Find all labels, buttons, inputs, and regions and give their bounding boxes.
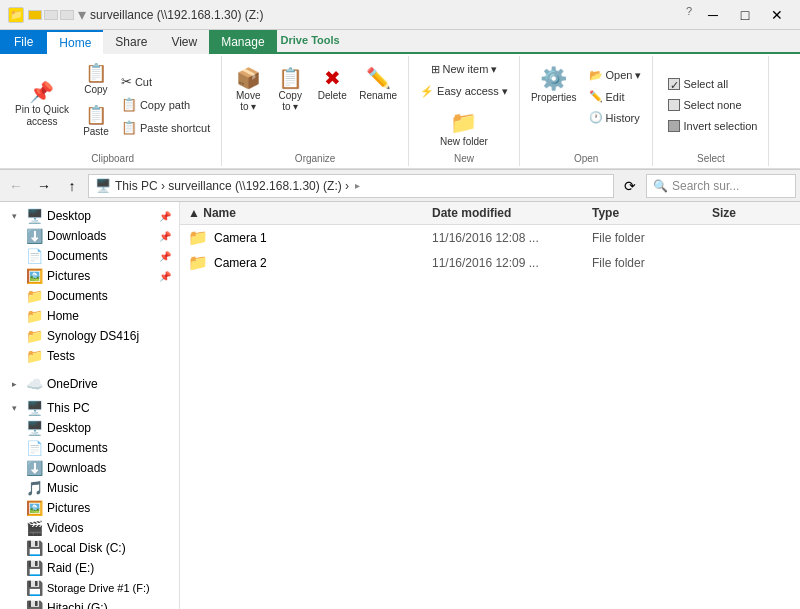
new-folder-button[interactable]: 📁 New folder xyxy=(435,106,493,151)
forward-button[interactable]: → xyxy=(32,174,56,198)
table-row[interactable]: 📁 Camera 2 11/16/2016 12:09 ... File fol… xyxy=(180,250,800,275)
dropdown-arrow-icon[interactable]: ▾ xyxy=(78,5,86,24)
pin-icon: 📌 xyxy=(159,271,171,282)
manage-tab-label: Drive Tools xyxy=(277,30,800,54)
delete-button[interactable]: ✖ Delete xyxy=(312,62,352,105)
tab-file[interactable]: File xyxy=(0,30,47,54)
tab-share[interactable]: Share xyxy=(103,30,159,54)
close-button[interactable]: ✕ xyxy=(762,5,792,25)
sidebar-item-desktop-qa[interactable]: ▾ 🖥️ Desktop 📌 xyxy=(0,206,179,226)
edit-label: Edit xyxy=(606,91,625,103)
invert-selection-icon xyxy=(668,120,680,132)
cut-button[interactable]: ✂ Cut xyxy=(116,71,215,92)
sidebar-item-desktop-pc[interactable]: 🖥️ Desktop xyxy=(0,418,179,438)
copy-button[interactable]: 📋 Copy xyxy=(78,58,114,99)
column-date-modified[interactable]: Date modified xyxy=(432,206,592,220)
sidebar-item-downloads-qa[interactable]: ⬇️ Downloads 📌 xyxy=(0,226,179,246)
sidebar-item-home-qa[interactable]: 📁 Home xyxy=(0,306,179,326)
address-chevron: ▸ xyxy=(355,180,360,191)
sidebar-item-pictures-pc[interactable]: 🖼️ Pictures xyxy=(0,498,179,518)
sidebar-label: Tests xyxy=(47,349,75,363)
paste-shortcut-button[interactable]: 📋 Paste shortcut xyxy=(116,117,215,138)
pictures-icon: 🖼️ xyxy=(26,500,43,516)
history-button[interactable]: 🕐 History xyxy=(584,108,647,127)
sidebar-item-synology-qa[interactable]: 📁 Synology DS416j xyxy=(0,326,179,346)
open-button[interactable]: 📂 Open ▾ xyxy=(584,66,647,85)
videos-icon: 🎬 xyxy=(26,520,43,536)
documents-icon: 📄 xyxy=(26,248,43,264)
sidebar-item-hitachi[interactable]: 💾 Hitachi (G:) xyxy=(0,598,179,609)
up-button[interactable]: ↑ xyxy=(60,174,84,198)
computer-icon: 🖥️ xyxy=(26,400,43,416)
sidebar-item-documents-pc[interactable]: 📄 Documents xyxy=(0,438,179,458)
sidebar-item-videos-pc[interactable]: 🎬 Videos xyxy=(0,518,179,538)
sidebar-item-tests-qa[interactable]: 📁 Tests xyxy=(0,346,179,366)
copy-icon: 📋 xyxy=(85,62,107,84)
tab-home[interactable]: Home xyxy=(47,30,103,54)
select-none-icon xyxy=(668,99,680,111)
sidebar-item-raid[interactable]: 💾 Raid (E:) xyxy=(0,558,179,578)
delete-label: Delete xyxy=(318,90,347,101)
address-bar[interactable]: 🖥️ This PC › surveillance (\\192.168.1.3… xyxy=(88,174,614,198)
file-name: 📁 Camera 2 xyxy=(188,253,432,272)
invert-selection-button[interactable]: Invert selection xyxy=(663,117,762,135)
move-to-button[interactable]: 📦 Moveto ▾ xyxy=(228,62,268,116)
sidebar-item-pictures-qa[interactable]: 🖼️ Pictures 📌 xyxy=(0,266,179,286)
select-none-button[interactable]: Select none xyxy=(663,96,762,114)
search-bar[interactable]: 🔍 Search sur... xyxy=(646,174,796,198)
sidebar-item-this-pc[interactable]: ▾ 🖥️ This PC xyxy=(0,398,179,418)
sidebar-label: Home xyxy=(47,309,79,323)
maximize-button[interactable]: □ xyxy=(730,5,760,25)
sidebar-label: Desktop xyxy=(47,421,91,435)
easy-access-button[interactable]: ⚡ Easy access ▾ xyxy=(415,82,513,101)
select-all-button[interactable]: ✓ Select all xyxy=(663,75,762,93)
sidebar-item-downloads-pc[interactable]: ⬇️ Downloads xyxy=(0,458,179,478)
sidebar-label: Downloads xyxy=(47,461,106,475)
refresh-button[interactable]: ⟳ xyxy=(618,174,642,198)
history-icon: 🕐 xyxy=(589,111,603,124)
new-label: New xyxy=(415,151,513,164)
rename-button[interactable]: ✏️ Rename xyxy=(354,62,402,105)
organize-group: 📦 Moveto ▾ 📋 Copyto ▾ ✖ Delete ✏️ Rename… xyxy=(222,56,409,166)
address-text: This PC › surveillance (\\192.168.1.30) … xyxy=(115,179,349,193)
folder-icon: 📁 xyxy=(26,348,43,364)
column-size[interactable]: Size xyxy=(712,206,792,220)
folder-icon: 📁 xyxy=(188,228,208,247)
sidebar-item-documents2-qa[interactable]: 📁 Documents xyxy=(0,286,179,306)
sidebar-item-local-disk[interactable]: 💾 Local Disk (C:) xyxy=(0,538,179,558)
copy-to-icon: 📋 xyxy=(278,66,303,90)
back-button[interactable]: ← xyxy=(4,174,28,198)
open-label: Open xyxy=(526,151,647,164)
pin-to-quick-access-button[interactable]: 📌 Pin to Quickaccess xyxy=(10,58,74,151)
sidebar-item-music-pc[interactable]: 🎵 Music xyxy=(0,478,179,498)
column-type[interactable]: Type xyxy=(592,206,712,220)
paste-button[interactable]: 📋 Paste xyxy=(78,100,114,141)
table-row[interactable]: 📁 Camera 1 11/16/2016 12:08 ... File fol… xyxy=(180,225,800,250)
tab-view[interactable]: View xyxy=(159,30,209,54)
column-name[interactable]: ▲ Name xyxy=(188,206,432,220)
copy-path-button[interactable]: 📋 Copy path xyxy=(116,94,215,115)
file-name: 📁 Camera 1 xyxy=(188,228,432,247)
select-label: Select xyxy=(659,151,762,164)
ribbon-content: 📌 Pin to Quickaccess 📋 Copy 📋 Paste xyxy=(0,54,800,169)
minimize-button[interactable]: ─ xyxy=(698,5,728,25)
sidebar-item-onedrive[interactable]: ▸ ☁️ OneDrive xyxy=(0,374,179,394)
pin-icon: 📌 xyxy=(29,82,54,102)
edit-button[interactable]: ✏️ Edit xyxy=(584,87,647,106)
new-item-button[interactable]: ⊞ New item ▾ xyxy=(415,60,513,79)
tab-manage[interactable]: Manage xyxy=(209,30,276,54)
rename-label: Rename xyxy=(359,90,397,101)
folder-icon: 📁 xyxy=(188,253,208,272)
pin-icon: 📌 xyxy=(159,251,171,262)
copy-to-button[interactable]: 📋 Copyto ▾ xyxy=(270,62,310,116)
sidebar-label: Local Disk (C:) xyxy=(47,541,126,555)
documents-icon: 📄 xyxy=(26,440,43,456)
window-controls: ? ─ □ ✕ xyxy=(686,5,792,25)
sidebar-label: Documents xyxy=(47,441,108,455)
sidebar-item-storage-drive[interactable]: 💾 Storage Drive #1 (F:) xyxy=(0,578,179,598)
sidebar-item-documents-qa[interactable]: 📄 Documents 📌 xyxy=(0,246,179,266)
sidebar-label: Documents xyxy=(47,289,108,303)
redo-icon xyxy=(60,10,74,20)
help-btn[interactable]: ? xyxy=(686,5,692,25)
properties-button[interactable]: ⚙️ Properties xyxy=(526,62,582,107)
